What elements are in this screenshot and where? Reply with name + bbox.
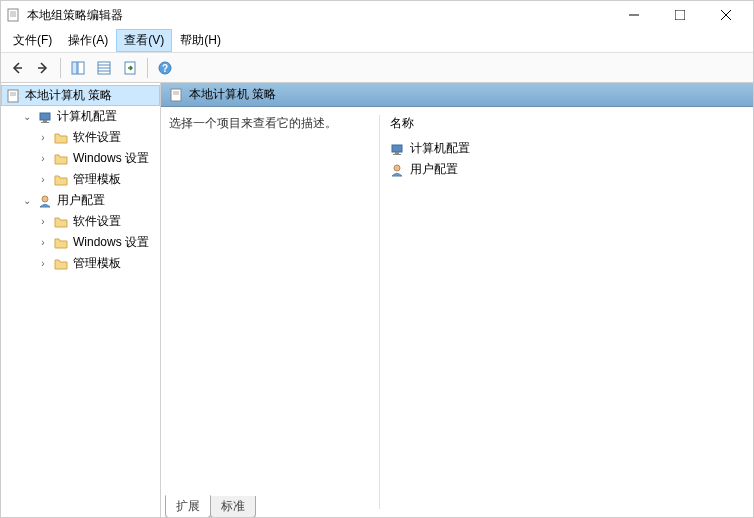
- content-header-title: 本地计算机 策略: [189, 86, 276, 103]
- window-title: 本地组策略编辑器: [27, 7, 611, 24]
- tree-item-software[interactable]: › 软件设置: [33, 211, 160, 232]
- back-button[interactable]: [5, 56, 29, 80]
- tree-panel[interactable]: 本地计算机 策略 ⌄ 计算机配置 › 软件设置 › Windows 设置: [1, 83, 161, 517]
- tree-computer-config[interactable]: ⌄ 计算机配置: [17, 106, 160, 127]
- tree-computer-label: 计算机配置: [57, 108, 117, 125]
- titlebar: 本地组策略编辑器: [1, 1, 753, 29]
- content-header: 本地计算机 策略: [161, 83, 753, 107]
- collapse-icon[interactable]: ⌄: [21, 195, 33, 207]
- collapse-icon[interactable]: ⌄: [21, 111, 33, 123]
- tree-software-label: 软件设置: [73, 129, 121, 146]
- tree-item-admin[interactable]: › 管理模板: [33, 253, 160, 274]
- svg-rect-23: [43, 120, 47, 122]
- list-item-label: 用户配置: [410, 161, 458, 178]
- folder-icon: [53, 130, 69, 146]
- divider: [147, 58, 148, 78]
- tree-admin-label: 管理模板: [73, 255, 121, 272]
- tree-root[interactable]: 本地计算机 策略: [1, 85, 160, 106]
- svg-rect-19: [8, 90, 18, 102]
- svg-rect-5: [675, 10, 685, 20]
- expand-icon[interactable]: ›: [37, 132, 49, 144]
- main-area: 本地计算机 策略 ⌄ 计算机配置 › 软件设置 › Windows 设置: [1, 83, 753, 517]
- user-icon: [37, 193, 53, 209]
- tab-standard[interactable]: 标准: [210, 496, 256, 518]
- expand-icon[interactable]: ›: [37, 237, 49, 249]
- folder-icon: [53, 172, 69, 188]
- maximize-button[interactable]: [657, 1, 703, 29]
- content-body: 选择一个项目来查看它的描述。 名称 计算机配置 用户配置: [161, 107, 753, 517]
- svg-point-25: [42, 196, 48, 202]
- tool-export[interactable]: [118, 56, 142, 80]
- svg-rect-22: [40, 113, 50, 120]
- window-controls: [611, 1, 749, 29]
- tool-help[interactable]: ?: [153, 56, 177, 80]
- tree-root-label: 本地计算机 策略: [25, 87, 112, 104]
- policy-icon: [5, 88, 21, 104]
- list-item-computer[interactable]: 计算机配置: [390, 138, 745, 159]
- close-button[interactable]: [703, 1, 749, 29]
- svg-rect-29: [392, 145, 402, 152]
- svg-rect-10: [72, 62, 77, 74]
- tool-view2[interactable]: [92, 56, 116, 80]
- computer-icon: [390, 142, 404, 156]
- svg-rect-30: [395, 152, 399, 154]
- tree-windows-label: Windows 设置: [73, 234, 149, 251]
- menu-file[interactable]: 文件(F): [5, 29, 60, 52]
- app-icon: [5, 7, 21, 23]
- divider: [60, 58, 61, 78]
- column-header-name[interactable]: 名称: [390, 115, 745, 132]
- expand-icon[interactable]: ›: [37, 153, 49, 165]
- svg-rect-24: [41, 122, 49, 123]
- svg-rect-26: [171, 89, 181, 101]
- tool-view1[interactable]: [66, 56, 90, 80]
- description-text: 选择一个项目来查看它的描述。: [169, 115, 371, 132]
- svg-text:?: ?: [162, 63, 168, 74]
- tree-admin-label: 管理模板: [73, 171, 121, 188]
- expand-icon[interactable]: ›: [37, 174, 49, 186]
- tree-software-label: 软件设置: [73, 213, 121, 230]
- forward-button[interactable]: [31, 56, 55, 80]
- folder-icon: [53, 235, 69, 251]
- list-column: 名称 计算机配置 用户配置: [379, 115, 745, 509]
- policy-icon: [169, 88, 183, 102]
- toolbar: ?: [1, 53, 753, 83]
- tree-user-config[interactable]: ⌄ 用户配置: [17, 190, 160, 211]
- tree-item-admin[interactable]: › 管理模板: [33, 169, 160, 190]
- tab-strip: 扩展 标准: [161, 495, 753, 517]
- tree-item-software[interactable]: › 软件设置: [33, 127, 160, 148]
- content-panel: 本地计算机 策略 选择一个项目来查看它的描述。 名称 计算机配置 用户配置 扩展…: [161, 83, 753, 517]
- svg-point-32: [394, 165, 400, 171]
- menu-action[interactable]: 操作(A): [60, 29, 116, 52]
- tree-windows-label: Windows 设置: [73, 150, 149, 167]
- folder-icon: [53, 151, 69, 167]
- tree-item-windows[interactable]: › Windows 设置: [33, 148, 160, 169]
- menubar: 文件(F) 操作(A) 查看(V) 帮助(H): [1, 29, 753, 53]
- computer-icon: [37, 109, 53, 125]
- tree-user-label: 用户配置: [57, 192, 105, 209]
- expand-icon[interactable]: ›: [37, 216, 49, 228]
- tree-item-windows[interactable]: › Windows 设置: [33, 232, 160, 253]
- list-item-user[interactable]: 用户配置: [390, 159, 745, 180]
- menu-help[interactable]: 帮助(H): [172, 29, 229, 52]
- expand-icon[interactable]: ›: [37, 258, 49, 270]
- menu-view[interactable]: 查看(V): [116, 29, 172, 52]
- svg-rect-11: [78, 62, 84, 74]
- tab-extended[interactable]: 扩展: [165, 495, 211, 518]
- folder-icon: [53, 256, 69, 272]
- folder-icon: [53, 214, 69, 230]
- svg-rect-0: [8, 9, 18, 21]
- svg-rect-31: [393, 154, 401, 155]
- list-item-label: 计算机配置: [410, 140, 470, 157]
- description-column: 选择一个项目来查看它的描述。: [169, 115, 379, 509]
- user-icon: [390, 163, 404, 177]
- minimize-button[interactable]: [611, 1, 657, 29]
